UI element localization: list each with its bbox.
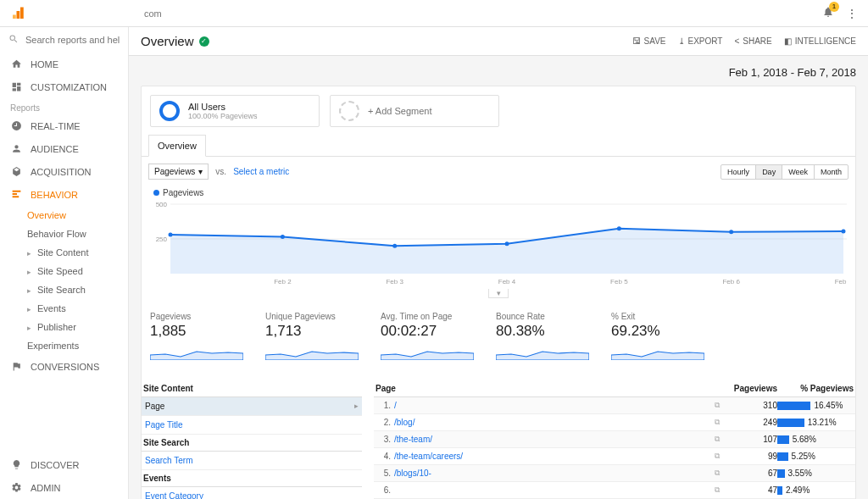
dashboard-icon <box>10 81 22 92</box>
svg-text:Feb 6: Feb 6 <box>722 278 740 286</box>
dimension-panel: Site Content Page▸ Page Title Site Searc… <box>142 380 362 499</box>
row-page-link[interactable]: /blogs/10- <box>391 469 715 478</box>
table-row[interactable]: 6.⧉472.49% <box>374 482 855 499</box>
col-pageviews-header[interactable]: Pageviews <box>726 384 777 393</box>
gran-day[interactable]: Day <box>755 165 782 179</box>
table-row[interactable]: 3./the-team/⧉1075.68% <box>374 431 855 448</box>
granularity-toggle: Hourly Day Week Month <box>721 164 849 180</box>
scorecard[interactable]: Avg. Time on Page00:02:27 <box>381 312 482 363</box>
nav-acquisition[interactable]: ACQUISITION <box>0 160 128 183</box>
nav-discover[interactable]: DISCOVER <box>0 453 128 476</box>
row-page-link[interactable]: /the-team/careers/ <box>391 452 715 461</box>
notifications-button[interactable]: 1 <box>822 6 834 21</box>
row-pct: 2.49% <box>786 485 810 495</box>
subnav-site-speed[interactable]: ▸Site Speed <box>0 262 128 280</box>
account-crumb[interactable]: com <box>144 8 162 19</box>
search-row[interactable] <box>0 27 128 53</box>
table-row[interactable]: 5./blogs/10-⧉673.55% <box>374 465 855 482</box>
subnav-experiments[interactable]: Experiments <box>0 336 128 355</box>
col-pct-header[interactable]: % Pageviews <box>777 384 854 393</box>
sparkline <box>496 343 589 360</box>
legend-dot-icon <box>153 190 159 196</box>
nav-customization[interactable]: CUSTOMIZATION <box>0 75 128 98</box>
open-icon[interactable]: ⧉ <box>715 418 720 427</box>
page-header: Overview ✓ 🖫SAVE ⤓EXPORT <SHARE ◧INTELLI… <box>129 27 868 56</box>
svg-text:Feb 7: Feb 7 <box>835 278 847 286</box>
secondary-metric-select[interactable]: Select a metric <box>233 167 289 176</box>
nav-home[interactable]: HOME <box>0 53 128 75</box>
col-page-header[interactable]: Page <box>376 384 726 393</box>
share-button[interactable]: <SHARE <box>734 36 771 46</box>
open-icon[interactable]: ⧉ <box>715 485 720 495</box>
open-icon[interactable]: ⧉ <box>715 401 720 410</box>
row-page-link[interactable]: /the-team/ <box>391 435 715 444</box>
row-page-link[interactable]: /blog/ <box>391 418 715 427</box>
segment-all-users[interactable]: All Users 100.00% Pageviews <box>150 95 320 127</box>
table-row[interactable]: 4./the-team/careers/⧉995.25% <box>374 448 855 465</box>
save-button[interactable]: 🖫SAVE <box>632 36 666 46</box>
vs-label: vs. <box>215 167 226 176</box>
nav-conversions[interactable]: CONVERSIONS <box>0 355 128 378</box>
svg-point-11 <box>617 226 621 230</box>
scorecard[interactable]: Pageviews1,885 <box>150 312 252 363</box>
tab-overview[interactable]: Overview <box>148 135 206 157</box>
intelligence-button[interactable]: ◧INTELLIGENCE <box>784 36 856 46</box>
scorecard[interactable]: Bounce Rate80.38% <box>496 312 598 363</box>
subnav-behavior-flow[interactable]: Behavior Flow <box>0 225 128 243</box>
svg-text:Feb 2: Feb 2 <box>274 278 292 286</box>
score-label: Unique Pageviews <box>265 312 367 321</box>
sparkline <box>381 343 474 360</box>
dim-page[interactable]: Page▸ <box>142 397 362 416</box>
search-input[interactable] <box>25 35 120 45</box>
bulb-icon <box>10 459 22 470</box>
scorecards: Pageviews1,885Unique Pageviews1,713Avg. … <box>142 303 855 372</box>
subnav-site-content[interactable]: ▸Site Content <box>0 243 128 262</box>
score-value: 80.38% <box>496 323 598 340</box>
subnav-events[interactable]: ▸Events <box>0 299 128 318</box>
row-pageviews: 67 <box>726 469 777 478</box>
row-pct: 16.45% <box>814 401 843 410</box>
subnav-overview[interactable]: Overview <box>0 206 128 225</box>
dim-page-title[interactable]: Page Title <box>142 416 362 435</box>
more-menu-button[interactable]: ⋮ <box>846 7 858 20</box>
svg-point-9 <box>392 244 397 248</box>
export-button[interactable]: ⤓EXPORT <box>678 36 723 46</box>
gran-hourly[interactable]: Hourly <box>721 165 755 179</box>
open-icon[interactable]: ⧉ <box>715 435 720 444</box>
row-rank: 3. <box>376 435 391 444</box>
date-range-picker[interactable]: Feb 1, 2018 - Feb 7, 2018 <box>141 63 856 86</box>
main-content: Overview ✓ 🖫SAVE ⤓EXPORT <SHARE ◧INTELLI… <box>129 27 868 499</box>
open-icon[interactable]: ⧉ <box>715 452 720 461</box>
export-icon: ⤓ <box>678 36 685 46</box>
gran-month[interactable]: Month <box>814 165 848 179</box>
scorecard[interactable]: % Exit69.23% <box>611 312 713 363</box>
subnav-publisher[interactable]: ▸Publisher <box>0 318 128 336</box>
row-rank: 2. <box>376 418 391 427</box>
table-row[interactable]: 1./⧉31016.45% <box>374 397 855 414</box>
subnav-site-search[interactable]: ▸Site Search <box>0 280 128 299</box>
pageviews-chart[interactable]: 250500Feb 2Feb 3Feb 4Feb 5Feb 6Feb 7 <box>150 201 847 286</box>
chevron-right-icon: ▸ <box>27 324 34 332</box>
chart-pager[interactable]: ▾ <box>488 289 509 298</box>
pct-bar <box>777 435 789 444</box>
nav-realtime[interactable]: REAL-TIME <box>0 114 128 137</box>
nav-admin[interactable]: ADMIN <box>0 476 128 499</box>
svg-text:250: 250 <box>156 236 168 243</box>
row-pct: 13.21% <box>808 418 837 427</box>
nav-behavior[interactable]: BEHAVIOR <box>0 183 128 206</box>
scorecard[interactable]: Unique Pageviews1,713 <box>265 312 367 363</box>
score-value: 00:02:27 <box>381 323 482 340</box>
primary-metric-select[interactable]: Pageviews ▾ <box>148 164 209 180</box>
top-bar: com 1 ⋮ <box>0 0 868 27</box>
dim-search-term[interactable]: Search Term <box>142 452 362 470</box>
row-pageviews: 310 <box>726 401 777 410</box>
table-row[interactable]: 2./blog/⧉24913.21% <box>374 414 855 431</box>
nav-audience[interactable]: AUDIENCE <box>0 137 128 160</box>
pct-bar <box>777 469 785 478</box>
dim-event-category[interactable]: Event Category <box>142 487 362 499</box>
open-icon[interactable]: ⧉ <box>715 469 720 478</box>
row-page-link[interactable]: / <box>391 401 715 410</box>
gran-week[interactable]: Week <box>782 165 814 179</box>
add-segment-button[interactable]: + Add Segment <box>330 95 499 127</box>
page-title: Overview ✓ <box>141 34 209 48</box>
